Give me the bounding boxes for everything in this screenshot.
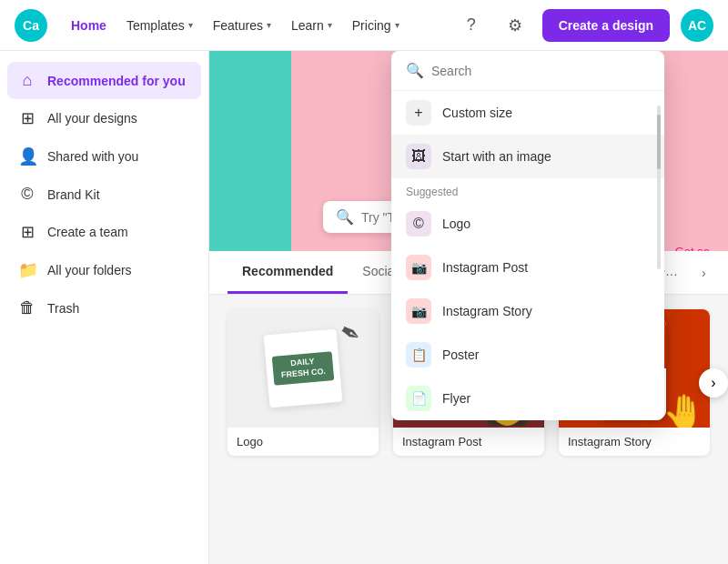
search-icon: 🔍 bbox=[336, 208, 354, 226]
dropdown-instagram-post[interactable]: 📷 Instagram Post bbox=[391, 246, 664, 289]
hand-icon: 🤚 bbox=[662, 392, 705, 428]
create-design-button[interactable]: Create a design bbox=[542, 9, 670, 42]
team-icon: ⊞ bbox=[18, 222, 36, 242]
grid-icon: ⊞ bbox=[18, 108, 36, 128]
logo-card-inner: DAILYFRESH CO. bbox=[264, 329, 343, 408]
dropdown-custom-size[interactable]: + Custom size bbox=[391, 91, 664, 135]
scrollbar-thumb bbox=[657, 115, 661, 169]
canva-logo[interactable]: Ca bbox=[15, 9, 47, 42]
tabs-chevron-right-icon[interactable]: › bbox=[693, 257, 715, 289]
chevron-down-icon: ▾ bbox=[328, 20, 332, 30]
poster-icon: 📋 bbox=[406, 342, 431, 368]
instagram-story-label: Instagram Story bbox=[559, 428, 710, 456]
nav-features[interactable]: Features ▾ bbox=[204, 13, 280, 38]
trash-icon: 🗑 bbox=[18, 298, 36, 317]
logo-badge: DAILYFRESH CO. bbox=[272, 352, 334, 386]
create-design-dropdown: 🔍 + Custom size 🖼 Start with an image Su… bbox=[391, 51, 664, 420]
sidebar-item-folders[interactable]: 📁 All your folders bbox=[7, 251, 201, 289]
chevron-down-icon: ▾ bbox=[188, 20, 193, 30]
suggested-label: Suggested bbox=[391, 178, 664, 202]
logo-template-label: Logo bbox=[228, 428, 379, 456]
brand-icon: © bbox=[18, 185, 36, 204]
dropdown-flyer[interactable]: 📄 Flyer bbox=[391, 377, 664, 420]
home-icon: ⌂ bbox=[18, 71, 36, 90]
dropdown-scrollbar[interactable] bbox=[657, 106, 661, 269]
chevron-down-icon: ▾ bbox=[267, 20, 271, 30]
custom-size-icon: + bbox=[406, 100, 431, 126]
instagram-post-label: Instagram Post bbox=[393, 428, 544, 456]
logo-template-preview: DAILYFRESH CO. ✒ bbox=[228, 309, 379, 428]
dropdown-search-input[interactable] bbox=[431, 64, 650, 78]
sidebar-item-shared[interactable]: 👤 Shared with you bbox=[7, 137, 201, 176]
nav-templates[interactable]: Templates ▾ bbox=[117, 13, 202, 38]
people-icon: 👤 bbox=[18, 146, 36, 166]
sidebar-item-trash[interactable]: 🗑 Trash bbox=[7, 289, 201, 327]
dropdown-instagram-story[interactable]: 📷 Instagram Story bbox=[391, 289, 664, 333]
folder-icon: 📁 bbox=[18, 260, 36, 280]
pen-icon: ✒ bbox=[333, 315, 366, 351]
hero-teal-accent bbox=[209, 51, 291, 251]
sidebar-item-all-designs[interactable]: ⊞ All your designs bbox=[7, 99, 201, 137]
sidebar-item-recommended[interactable]: ⌂ Recommended for you bbox=[7, 62, 201, 99]
got-something-text: Got so bbox=[675, 245, 710, 251]
carousel-next-button[interactable]: › bbox=[699, 368, 728, 398]
header-actions: ? ⚙ Create a design AC bbox=[455, 9, 713, 42]
settings-button[interactable]: ⚙ bbox=[499, 9, 531, 42]
sidebar-item-team[interactable]: ⊞ Create a team bbox=[7, 213, 201, 251]
nav-home[interactable]: Home bbox=[62, 13, 116, 38]
instagram-story-icon: 📷 bbox=[406, 298, 431, 324]
nav-learn[interactable]: Learn ▾ bbox=[282, 13, 341, 38]
tab-custom-size[interactable]: Custom Size bbox=[715, 251, 728, 294]
sidebar-item-brand[interactable]: © Brand Kit bbox=[7, 176, 201, 213]
logo-icon: © bbox=[406, 211, 431, 237]
instagram-post-icon: 📷 bbox=[406, 255, 431, 280]
tab-recommended[interactable]: Recommended bbox=[228, 251, 348, 294]
help-button[interactable]: ? bbox=[455, 9, 488, 42]
chevron-down-icon: ▾ bbox=[395, 20, 399, 30]
header: Ca Home Templates ▾ Features ▾ Learn ▾ P… bbox=[0, 0, 728, 51]
dropdown-search-area: 🔍 bbox=[391, 51, 664, 91]
logo-text: Ca bbox=[23, 18, 39, 33]
main-nav: Home Templates ▾ Features ▾ Learn ▾ Pric… bbox=[62, 13, 409, 38]
template-card-logo[interactable]: DAILYFRESH CO. ✒ Logo bbox=[228, 309, 379, 456]
dropdown-search-icon: 🔍 bbox=[406, 62, 424, 79]
flyer-icon: 📄 bbox=[406, 386, 431, 411]
nav-pricing[interactable]: Pricing ▾ bbox=[343, 13, 409, 38]
dropdown-poster[interactable]: 📋 Poster bbox=[391, 333, 664, 377]
dropdown-start-image[interactable]: 🖼 Start with an image bbox=[391, 135, 664, 178]
image-icon: 🖼 bbox=[406, 144, 431, 169]
dropdown-logo[interactable]: © Logo bbox=[391, 202, 664, 246]
sidebar: ⌂ Recommended for you ⊞ All your designs… bbox=[0, 51, 209, 564]
avatar[interactable]: AC bbox=[681, 9, 713, 42]
